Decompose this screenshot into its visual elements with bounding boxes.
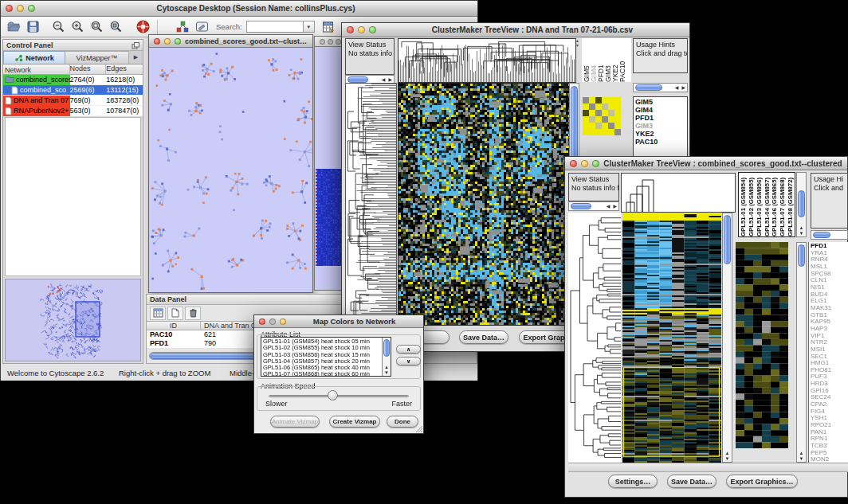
tv1-hints-scrollbar[interactable]: ◀▶ bbox=[633, 83, 688, 92]
gene-list-item[interactable]: MON2 bbox=[811, 456, 848, 463]
tv2-col-label[interactable]: GPL51-02 (GSM855) bbox=[748, 173, 756, 236]
matrix-cell[interactable] bbox=[595, 129, 602, 135]
tv1-row-label[interactable]: GIM3 bbox=[635, 122, 685, 130]
matrix-cell[interactable] bbox=[614, 110, 621, 116]
matrix-cell[interactable] bbox=[583, 110, 589, 116]
matrix-cell[interactable] bbox=[602, 129, 608, 135]
tv2-scroll-right-arrow[interactable]: ▶ bbox=[611, 202, 618, 210]
tv1-hints-right-arrow[interactable]: ▶ bbox=[680, 84, 687, 92]
matrix-cell[interactable] bbox=[614, 104, 621, 110]
tv2-scroll-left-arrow[interactable]: ◀ bbox=[605, 202, 612, 210]
tv2-labels-scroll-arrows[interactable]: ▲▼ bbox=[797, 225, 806, 236]
matrix-cell[interactable] bbox=[608, 116, 614, 123]
dialog-resize-grip[interactable] bbox=[414, 424, 422, 432]
matrix-cell[interactable] bbox=[595, 104, 602, 110]
animation-speed-slider-track[interactable] bbox=[269, 395, 409, 397]
tv2-settings-button[interactable]: Settings… bbox=[608, 475, 658, 488]
dialog-titlebar[interactable]: Map Colors to Network bbox=[254, 315, 423, 328]
matrix-cell[interactable] bbox=[589, 116, 595, 123]
tv2-col-label[interactable]: GPL51-01 (GSM854) bbox=[740, 173, 748, 236]
tv2-zoom-button[interactable] bbox=[592, 160, 599, 167]
annotation-icon[interactable] bbox=[193, 19, 210, 35]
search-input[interactable] bbox=[246, 21, 304, 33]
create-vizmap-button[interactable]: Create Vizmap bbox=[329, 416, 380, 428]
tv2-genes-scroll-arrows[interactable]: ▲▼ bbox=[797, 451, 806, 462]
attribute-scroll-pill[interactable] bbox=[383, 339, 390, 357]
zoom-button[interactable] bbox=[28, 5, 35, 12]
matrix-cell[interactable] bbox=[595, 116, 602, 123]
new-attribute-icon[interactable] bbox=[167, 307, 183, 320]
tv2-status-scroll-pill[interactable] bbox=[571, 203, 591, 209]
tv2-labels-scrollbar[interactable]: ▲▼ bbox=[796, 172, 807, 237]
tv1-mini-arrows[interactable]: ▴▾ bbox=[576, 38, 579, 48]
network-row-rnapuber[interactable]: RNAPuberNov2+ 563(0) 107847(0) bbox=[3, 106, 143, 116]
matrix-cell[interactable] bbox=[595, 123, 602, 129]
network-row-dna-tran[interactable]: DNA and Tran 07 769(0) 183728(0) bbox=[3, 96, 143, 106]
dialog-close-button[interactable] bbox=[259, 318, 265, 325]
col-header-nodes[interactable]: Nodes bbox=[70, 64, 107, 74]
tv2-minimize-button[interactable] bbox=[581, 160, 588, 167]
tv2-genes-scrollbar[interactable]: ▲▼ bbox=[796, 242, 807, 463]
tv1-col-label[interactable]: PAC10 bbox=[619, 38, 626, 82]
matrix-cell[interactable] bbox=[614, 123, 621, 129]
network-row-combined-sco-selected[interactable]: combined_sco 2569(6) 13112(15) bbox=[3, 85, 143, 96]
tv1-row-label[interactable]: YKE2 bbox=[635, 130, 685, 138]
dialog-minimize-button[interactable] bbox=[269, 318, 276, 325]
tv2-sub-heatmap[interactable] bbox=[736, 242, 788, 448]
tab-overflow-arrow[interactable]: ▶ bbox=[129, 51, 143, 64]
tv2-col-label[interactable]: GPL51-08 (GSM872) bbox=[787, 173, 795, 236]
similarity-matrix[interactable] bbox=[583, 97, 621, 135]
delete-attribute-icon[interactable] bbox=[185, 307, 201, 320]
tv1-heatmap[interactable] bbox=[398, 83, 570, 326]
dialog-zoom-button[interactable] bbox=[280, 318, 286, 325]
tv2-column-tree[interactable] bbox=[621, 173, 736, 213]
tv1-row-label[interactable]: PFD1 bbox=[635, 114, 685, 122]
done-button[interactable]: Done bbox=[387, 416, 418, 428]
search-dropdown-arrow[interactable]: ▼ bbox=[304, 21, 315, 33]
move-up-button[interactable]: ∧ bbox=[396, 345, 421, 354]
tv2-status-scrollbar[interactable]: ◀▶ bbox=[568, 201, 619, 211]
tv1-row-label[interactable]: GIM5 bbox=[635, 98, 685, 106]
tv2-col-label[interactable]: GPL51-07 (GSM868) bbox=[779, 173, 787, 236]
tv1-row-label[interactable]: GIM4 bbox=[635, 106, 685, 114]
network-tree-empty-area[interactable] bbox=[5, 117, 141, 276]
tv2-save-data-button[interactable]: Save Data… bbox=[667, 475, 716, 488]
matrix-cell[interactable] bbox=[595, 97, 602, 104]
matrix-cell[interactable] bbox=[608, 129, 614, 135]
tv1-titlebar[interactable]: ClusterMaker TreeView : DNA and Tran 07-… bbox=[342, 23, 689, 37]
tv2-export-graphics-button[interactable]: Export Graphics… bbox=[726, 475, 798, 488]
bg-minimize-button[interactable] bbox=[328, 39, 333, 45]
tv1-status-scroll-pill[interactable] bbox=[347, 76, 368, 83]
matrix-cell[interactable] bbox=[583, 123, 589, 129]
main-titlebar[interactable]: Cytoscape Desktop (Session Name: collins… bbox=[1, 1, 477, 17]
matrix-cell[interactable] bbox=[589, 129, 595, 135]
matrix-cell[interactable] bbox=[589, 110, 595, 116]
matrix-cell[interactable] bbox=[608, 97, 614, 104]
open-file-icon[interactable] bbox=[5, 19, 22, 35]
tv1-column-dendrogram[interactable] bbox=[398, 38, 576, 83]
zoom-out-icon[interactable] bbox=[49, 19, 67, 35]
matrix-cell[interactable] bbox=[602, 123, 608, 129]
attribute-list[interactable]: GPL51-01 (GSM854) heat shock 05 minGPL51… bbox=[261, 337, 391, 377]
dp-col-id[interactable]: ID bbox=[147, 322, 201, 330]
col-header-edges[interactable]: Edges bbox=[106, 64, 143, 74]
minimize-button[interactable] bbox=[17, 5, 24, 12]
tv2-hints-scroll-pill[interactable] bbox=[813, 232, 830, 238]
tv2-col-label[interactable]: GPL51-04 (GSM857) bbox=[764, 173, 771, 236]
zoom-selected-icon[interactable] bbox=[107, 19, 124, 35]
birdseye-view[interactable] bbox=[5, 279, 141, 361]
birdseye-canvas[interactable] bbox=[6, 279, 140, 361]
matrix-cell[interactable] bbox=[602, 104, 608, 110]
network-minimize-button[interactable] bbox=[164, 38, 171, 45]
matrix-cell[interactable] bbox=[583, 97, 589, 104]
bg-zoom-button[interactable] bbox=[336, 39, 341, 45]
tv1-hints-scroll-pill[interactable] bbox=[635, 84, 662, 91]
attribute-browser-icon[interactable] bbox=[320, 19, 337, 35]
tv2-genes-scroll-pill[interactable] bbox=[798, 244, 805, 267]
matrix-cell[interactable] bbox=[614, 116, 621, 123]
network-canvas[interactable] bbox=[149, 48, 312, 292]
matrix-cell[interactable] bbox=[589, 97, 595, 104]
tv2-col-label[interactable]: GPL51-03 (GSM856) bbox=[756, 173, 764, 236]
bg-close-button[interactable] bbox=[320, 39, 325, 45]
help-icon[interactable] bbox=[134, 19, 151, 35]
